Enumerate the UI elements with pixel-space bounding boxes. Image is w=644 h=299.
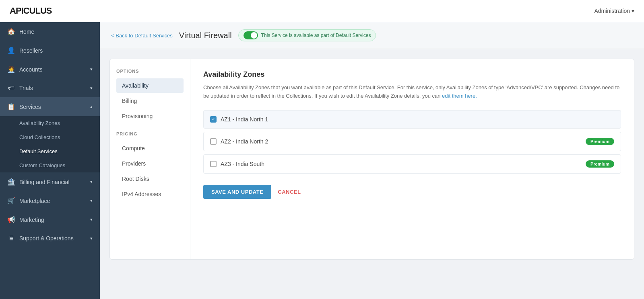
sidebar-label-accounts: Accounts [19,66,43,73]
sidebar-label-resellers: Resellers [19,47,43,54]
sidebar-label-marketing: Marketing [19,217,44,223]
sidebar-item-marketplace[interactable]: 🛒 Marketplace ▾ [0,191,100,210]
service-status-text: This Service is available as part of Def… [261,33,371,38]
sidebar-item-accounts[interactable]: 🧑‍💼 Accounts ▾ [0,60,100,79]
support-chevron: ▾ [90,236,93,241]
sidebar-item-billing[interactable]: 🏦 Billing and Financial ▾ [0,172,100,191]
page-title: Virtual Firewall [179,31,232,40]
az-row-3-left: AZ3 - India South [210,161,264,167]
sidebar-item-resellers[interactable]: 👤 Resellers [0,41,100,60]
sidebar-item-availability-zones[interactable]: Availability Zones [0,116,100,130]
sidebar-label-marketplace: Marketplace [19,198,50,204]
marketing-chevron: ▾ [90,217,93,222]
admin-menu[interactable]: Administration [594,8,634,14]
sidebar-item-custom-catalogues[interactable]: Custom Catalogues [0,158,100,172]
availability-zones-desc: Choose all Availability Zones that you w… [203,84,621,100]
edit-link[interactable]: edit them here. [442,93,477,99]
sidebar: 🏠 Home 👤 Resellers 🧑‍💼 Accounts ▾ 🏷 Tria… [0,22,100,299]
az1-checkbox[interactable]: ✓ [210,116,217,123]
resellers-icon: 👤 [7,47,15,54]
az-row-2: AZ2 - India North 2 Premium [203,132,621,151]
services-icon: 📋 [7,103,15,111]
main-panel: Availability Zones Choose all Availabili… [190,59,634,259]
sidebar-item-services[interactable]: 📋 Services ▴ [0,97,100,116]
sidebar-item-trials[interactable]: 🏷 Trials ▾ [0,79,100,97]
marketing-icon: 📢 [7,216,15,223]
pricing-providers[interactable]: Providers [116,156,184,171]
marketplace-icon: 🛒 [7,197,15,205]
cancel-button[interactable]: CANCEL [278,189,301,195]
sidebar-label-support: Support & Operations [19,235,74,242]
billing-chevron: ▾ [90,179,93,184]
az2-checkbox[interactable] [210,138,217,145]
sidebar-label-billing: Billing and Financial [19,179,70,185]
navbar: APICULUS Administration [0,0,644,22]
page-content: OPTIONS Availability Billing Provisionin… [100,49,644,299]
sidebar-item-home[interactable]: 🏠 Home [0,22,100,41]
main-card: OPTIONS Availability Billing Provisionin… [109,59,634,260]
az2-label: AZ2 - India North 2 [221,138,268,145]
availability-zones-title: Availability Zones [203,70,621,79]
sidebar-item-marketing[interactable]: 📢 Marketing ▾ [0,210,100,229]
sidebar-item-support[interactable]: 🖥 Support & Operations ▾ [0,229,100,248]
az-row-1-left: ✓ AZ1 - India North 1 [210,116,268,123]
az1-label: AZ1 - India North 1 [221,116,268,123]
az-list: ✓ AZ1 - India North 1 AZ2 - India North … [203,110,621,177]
az3-label: AZ3 - India South [221,161,264,167]
save-update-button[interactable]: SAVE AND UPDATE [203,185,271,199]
home-icon: 🏠 [7,28,15,35]
pricing-ipv4[interactable]: IPv4 Addresses [116,187,184,201]
accounts-chevron: ▾ [90,67,93,72]
az3-checkbox[interactable] [210,161,217,167]
services-chevron: ▴ [90,104,93,109]
services-submenu: Availability Zones Cloud Collections Def… [0,116,100,172]
option-availability[interactable]: Availability [116,78,184,93]
option-billing[interactable]: Billing [116,94,184,108]
az2-premium-badge: Premium [586,138,614,145]
service-status-badge: This Service is available as part of Def… [238,29,376,41]
page-header: Back to Default Services Virtual Firewal… [100,22,644,49]
az-row-1: ✓ AZ1 - India North 1 [203,110,621,129]
az3-premium-badge: Premium [586,160,614,168]
button-row: SAVE AND UPDATE CANCEL [203,185,621,199]
accounts-icon: 🧑‍💼 [7,66,15,73]
sidebar-item-default-services[interactable]: Default Services [0,144,100,158]
billing-icon: 🏦 [7,178,15,186]
back-link[interactable]: Back to Default Services [111,33,173,39]
az-row-2-left: AZ2 - India North 2 [210,138,268,145]
pricing-section-title: PRICING [116,131,184,136]
options-section-title: OPTIONS [116,69,184,74]
trials-chevron: ▾ [90,86,93,91]
sidebar-label-trials: Trials [19,85,33,91]
pricing-compute[interactable]: Compute [116,141,184,156]
pricing-root-disks[interactable]: Root Disks [116,172,184,186]
az-row-3: AZ3 - India South Premium [203,154,621,174]
trials-icon: 🏷 [7,84,15,92]
service-toggle[interactable] [244,31,258,39]
brand-logo: APICULUS [10,6,52,16]
sidebar-item-cloud-collections[interactable]: Cloud Collections [0,130,100,144]
main-layout: 🏠 Home 👤 Resellers 🧑‍💼 Accounts ▾ 🏷 Tria… [0,22,644,299]
marketplace-chevron: ▾ [90,198,93,203]
content-area: Back to Default Services Virtual Firewal… [100,22,644,299]
sidebar-label-services: Services [19,104,41,110]
options-panel: OPTIONS Availability Billing Provisionin… [110,59,190,259]
sidebar-label-home: Home [19,29,34,35]
option-provisioning[interactable]: Provisioning [116,109,184,123]
support-icon: 🖥 [7,235,15,242]
